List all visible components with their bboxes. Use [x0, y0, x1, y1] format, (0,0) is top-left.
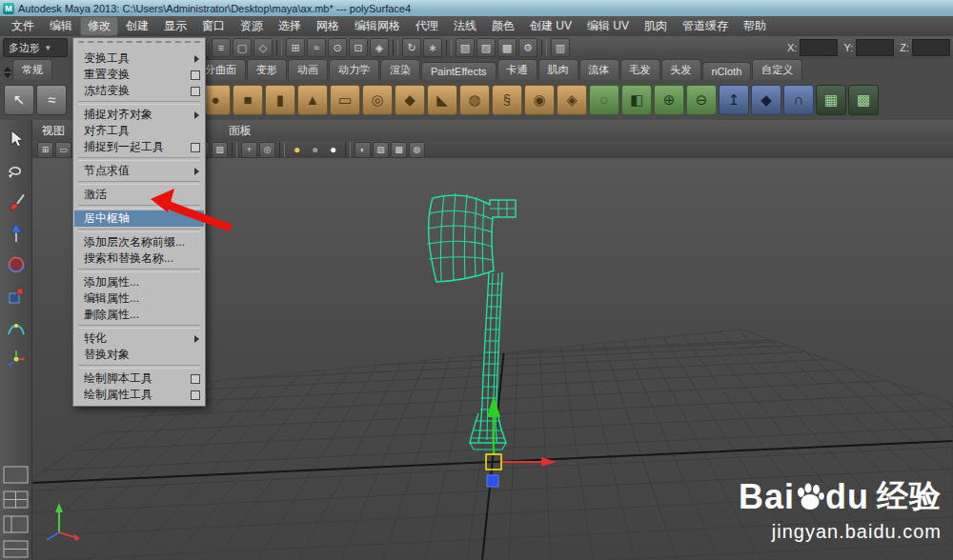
shelf-helix-icon[interactable]: §	[492, 85, 522, 115]
shelf-extrude-icon[interactable]: ↥	[719, 85, 749, 115]
shelf-pipe-icon[interactable]: ◍	[459, 85, 490, 115]
menu-pipeline-cache[interactable]: 管道缓存	[675, 16, 736, 36]
menu-item-snap-align-objects[interactable]: 捕捉对齐对象	[74, 107, 204, 123]
axe-model[interactable]	[427, 193, 516, 450]
menu-item-add-attribute[interactable]: 添加属性...	[74, 274, 204, 290]
shelf-tab-toon[interactable]: 卡通	[497, 59, 537, 80]
panel-menu-view[interactable]: 视图	[32, 121, 74, 141]
paint-select-tool[interactable]	[3, 189, 30, 215]
menu-item-transform-tools[interactable]: 变换工具	[74, 50, 204, 67]
menu-item-paint-scripts-tool[interactable]: 绘制脚本工具	[74, 370, 204, 387]
snap-to-plane-icon[interactable]: ⊡	[349, 38, 368, 57]
menu-create-uv[interactable]: 创建 UV	[522, 16, 579, 36]
menu-mesh[interactable]: 网格	[309, 16, 347, 36]
menu-display[interactable]: 显示	[156, 16, 194, 36]
title-bar[interactable]: M Autodesk Maya 2013: C:\Users\Administr…	[0, 0, 953, 17]
menu-item-align-tool[interactable]: 对齐工具	[74, 123, 204, 139]
shelf-tab-ncloth[interactable]: nCloth	[702, 62, 752, 80]
scale-tool[interactable]	[3, 283, 30, 310]
layout-two-pane-stacked-button[interactable]	[3, 540, 29, 558]
menu-item-search-replace-names[interactable]: 搜索和替换名称...	[74, 250, 204, 267]
menu-item-edit-attribute[interactable]: 编辑属性...	[74, 290, 204, 307]
menu-select[interactable]: 选择	[271, 16, 309, 36]
menu-set-selector[interactable]: 多边形 ▾	[3, 38, 68, 57]
select-hierarchy-icon[interactable]: ≡	[212, 38, 231, 57]
panel-menu-panels[interactable]: 面板	[219, 121, 261, 141]
rotate-tool[interactable]	[3, 251, 30, 278]
y-coordinate-input[interactable]	[856, 39, 894, 56]
menu-proxy[interactable]: 代理	[408, 16, 446, 36]
isolate-select-icon[interactable]: ◎	[259, 142, 275, 158]
shelf-cube-icon[interactable]: ■	[233, 85, 263, 115]
shelf-tab-fluids[interactable]: 流体	[579, 59, 619, 80]
menu-edit[interactable]: 编辑	[42, 16, 80, 36]
shelf-bridge-icon[interactable]: ∩	[783, 85, 814, 115]
option-box-icon[interactable]	[191, 374, 200, 384]
layout-two-pane-side-button[interactable]	[3, 515, 29, 533]
render-view-icon[interactable]: ▧	[456, 38, 475, 57]
menu-item-replace-objects[interactable]: 替换对象	[74, 347, 204, 363]
shelf-prism-icon[interactable]: ◆	[395, 85, 425, 115]
all-lights-indicator[interactable]: ●	[325, 142, 341, 158]
menu-item-prefix-hierarchy-names[interactable]: 添加层次名称前缀...	[74, 234, 204, 250]
menu-assets[interactable]: 资源	[233, 16, 271, 36]
menu-normals[interactable]: 法线	[446, 16, 484, 36]
option-box-icon[interactable]	[191, 87, 200, 96]
soft-mod-tool[interactable]	[3, 314, 30, 341]
shelf-cylinder-icon[interactable]: ▮	[265, 85, 295, 115]
menu-edit-mesh[interactable]: 编辑网格	[347, 16, 408, 36]
shelf-uv-checker-icon[interactable]: ▦	[816, 85, 846, 115]
snap-to-point-icon[interactable]: ⊙	[328, 38, 347, 57]
menu-item-freeze-transformations[interactable]: 冻结变换	[74, 83, 204, 99]
option-box-icon[interactable]	[191, 390, 200, 400]
show-manipulator-tool[interactable]	[3, 346, 30, 372]
shaded-mode-icon[interactable]: ◐	[355, 142, 371, 158]
lasso-tool[interactable]	[3, 157, 30, 184]
pane-toggle-icon[interactable]: ▥	[551, 38, 570, 57]
shelf-uv-editor-icon[interactable]: ▩	[848, 85, 879, 115]
shelf-cone-icon[interactable]: ▲	[297, 85, 328, 115]
menu-edit-uv[interactable]: 编辑 UV	[579, 16, 637, 36]
menu-color[interactable]: 颜色	[484, 16, 522, 36]
xray-mode-icon[interactable]: ◍	[409, 142, 425, 158]
menu-muscle[interactable]: 肌肉	[637, 16, 675, 36]
shelf-tab-muscle[interactable]: 肌肉	[538, 59, 578, 80]
menu-tearoff-handle[interactable]	[78, 41, 200, 48]
wireframe-mode-icon[interactable]: ▩	[391, 142, 407, 158]
shelf-soccerball-icon[interactable]: ◉	[524, 85, 555, 115]
option-box-icon[interactable]	[191, 143, 200, 152]
no-lights-indicator[interactable]: ●	[289, 142, 305, 158]
layout-four-pane-button[interactable]	[3, 490, 29, 509]
move-tool[interactable]	[3, 220, 30, 247]
shelf-tab-rendering[interactable]: 渲染	[380, 59, 420, 80]
shelf-tab-deformation[interactable]: 变形	[247, 59, 287, 80]
shelf-smooth-icon[interactable]: ◌	[589, 85, 619, 115]
select-component-icon[interactable]: ◇	[253, 38, 273, 57]
shelf-curve-icon[interactable]: ≈	[36, 85, 67, 115]
shelf-reduce-icon[interactable]: ⊖	[686, 85, 717, 115]
shelf-platonic-icon[interactable]: ◈	[557, 85, 587, 115]
menu-file[interactable]: 文件	[4, 16, 42, 36]
shelf-boolean-icon[interactable]: ⊕	[654, 85, 684, 115]
option-box-icon[interactable]	[191, 70, 200, 80]
film-gate-icon[interactable]: ▭	[55, 142, 71, 158]
shelf-pyramid-icon[interactable]: ◣	[427, 85, 457, 115]
shelf-torus-icon[interactable]: ◎	[362, 85, 393, 115]
construction-history-icon[interactable]: ∗	[423, 38, 442, 57]
default-light-indicator[interactable]: ●	[307, 142, 323, 158]
history-icon[interactable]: ↻	[402, 38, 421, 57]
z-axis-handle[interactable]	[487, 475, 498, 487]
menu-help[interactable]: 帮助	[736, 16, 774, 36]
z-coordinate-input[interactable]	[912, 39, 950, 56]
pan-zoom-icon[interactable]: +	[241, 142, 257, 158]
render-frame-icon[interactable]: ▨	[476, 38, 496, 57]
render-settings-icon[interactable]: ⚙	[518, 38, 537, 57]
menu-window[interactable]: 窗口	[194, 16, 233, 36]
shelf-tab-arrows[interactable]	[2, 65, 12, 80]
shelf-plane-icon[interactable]: ▭	[330, 85, 360, 115]
shelf-tab-general[interactable]: 常规	[12, 59, 52, 80]
menu-item-reset-transformations[interactable]: 重置变换	[74, 67, 204, 83]
select-object-icon[interactable]: ▢	[233, 38, 252, 57]
image-plane-icon[interactable]: ▧	[212, 142, 228, 158]
make-live-icon[interactable]: ◈	[370, 38, 389, 57]
